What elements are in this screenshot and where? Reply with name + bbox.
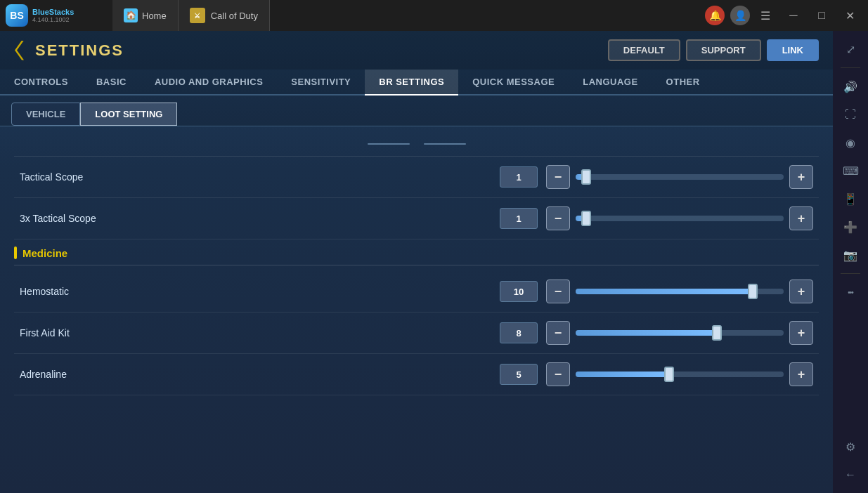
main-area: SETTINGS DEFAULT SUPPORT LINK CONTROLS B… <box>0 31 868 493</box>
3x-tactical-scope-minus[interactable]: − <box>546 206 570 230</box>
notification-button[interactable]: 🔔 <box>705 6 725 25</box>
fullscreen-icon[interactable]: ⛶ <box>838 102 863 127</box>
3x-tactical-scope-label: 3x Tactical Scope <box>20 213 491 224</box>
adrenaline-slider-container: − + <box>546 362 813 386</box>
settings-icon[interactable]: ⚙ <box>838 434 863 459</box>
hemostatic-plus[interactable]: + <box>789 280 813 303</box>
bluestacks-info: BlueStacks 4.140.1.1002 <box>32 8 74 23</box>
hemostatic-value: 10 <box>500 281 538 302</box>
3x-tactical-scope-value: 1 <box>500 208 538 229</box>
maximize-button[interactable]: □ <box>809 6 834 25</box>
medicine-section-title: Medicine <box>22 247 67 259</box>
first-aid-kit-value: 8 <box>500 322 538 343</box>
support-button[interactable]: SUPPORT <box>686 39 761 61</box>
tactical-scope-minus[interactable]: − <box>546 165 570 189</box>
hemostatic-slider-container: − + <box>546 280 813 303</box>
tab-basic[interactable]: BASIC <box>82 70 141 96</box>
adrenaline-plus[interactable]: + <box>789 362 813 386</box>
home-tab[interactable]: 🏠 Home <box>112 0 179 31</box>
adrenaline-track[interactable] <box>576 372 784 377</box>
app-logo-area: BS BlueStacks 4.140.1.1002 <box>0 4 112 27</box>
3x-tactical-scope-track[interactable] <box>576 216 784 221</box>
tactical-scope-value: 1 <box>500 166 538 188</box>
hemostatic-track[interactable] <box>576 289 784 294</box>
right-sidebar: ⤢ 🔊 ⛶ ◉ ⌨ 📱 ➕ 📷 ••• ⚙ ← <box>833 31 868 493</box>
scrolled-top <box>14 132 819 157</box>
keyboard-icon[interactable]: ⌨ <box>838 158 863 183</box>
window-controls: 🔔 👤 ☰ ─ □ ✕ <box>705 6 868 25</box>
account-button[interactable]: 👤 <box>730 6 750 25</box>
adrenaline-thumb[interactable] <box>664 367 674 382</box>
tactical-scope-row: Tactical Scope 1 − + <box>14 157 819 198</box>
add-icon[interactable]: ➕ <box>838 214 863 239</box>
tab-br-settings[interactable]: BR SETTINGS <box>365 70 458 96</box>
hemostatic-minus[interactable]: − <box>546 280 570 303</box>
adrenaline-label: Adrenaline <box>20 369 491 380</box>
adrenaline-value: 5 <box>500 364 538 385</box>
first-aid-kit-track[interactable] <box>576 330 784 336</box>
menu-button[interactable]: ☰ <box>753 6 778 25</box>
sub-tabs: VEHICLE LOOT SETTING <box>0 96 833 126</box>
medicine-section-bar <box>14 246 17 259</box>
3x-tactical-scope-plus[interactable]: + <box>789 206 813 230</box>
scroll-content[interactable]: Tactical Scope 1 − + 3x Tactical Scope 1… <box>0 126 833 480</box>
adrenaline-row: Adrenaline 5 − + <box>14 354 819 395</box>
tab-controls[interactable]: CONTROLS <box>0 70 82 96</box>
tactical-scope-plus[interactable]: + <box>789 165 813 189</box>
nav-tabs: CONTROLS BASIC AUDIO AND GRAPHICS SENSIT… <box>0 70 833 96</box>
home-tab-icon: 🏠 <box>124 8 138 22</box>
first-aid-kit-thumb[interactable] <box>712 325 722 341</box>
phone-icon[interactable]: 📱 <box>838 186 863 211</box>
settings-title-text: SETTINGS <box>35 41 124 60</box>
3x-tactical-scope-row: 3x Tactical Scope 1 − + <box>14 198 819 239</box>
tab-other[interactable]: OTHER <box>652 70 714 96</box>
tab-language[interactable]: LANGUAGE <box>569 70 652 96</box>
camera-icon[interactable]: 📷 <box>838 242 863 268</box>
default-button[interactable]: DEFAULT <box>608 39 680 61</box>
close-button[interactable]: ✕ <box>837 6 862 25</box>
first-aid-kit-minus[interactable]: − <box>546 321 570 345</box>
header-buttons: DEFAULT SUPPORT LINK <box>608 39 819 61</box>
title-bar: BS BlueStacks 4.140.1.1002 🏠 Home ⚔ Call… <box>0 0 868 31</box>
hemostatic-thumb[interactable] <box>748 284 758 299</box>
tactical-scope-slider-container: − + <box>546 165 813 189</box>
sidebar-divider-2 <box>841 273 860 274</box>
first-aid-kit-plus[interactable]: + <box>789 321 813 345</box>
3x-tactical-scope-slider-container: − + <box>546 206 813 230</box>
app-name: BlueStacks <box>32 8 74 16</box>
expand-icon[interactable]: ⤢ <box>838 37 863 62</box>
back-icon[interactable]: ← <box>838 462 863 487</box>
sidebar-divider-1 <box>841 67 860 68</box>
link-button[interactable]: LINK <box>767 39 819 61</box>
first-aid-kit-slider-container: − + <box>546 321 813 345</box>
settings-panel: SETTINGS DEFAULT SUPPORT LINK CONTROLS B… <box>0 31 833 493</box>
first-aid-kit-label: First Aid Kit <box>20 327 491 338</box>
eye-icon[interactable]: ◉ <box>838 130 863 155</box>
volume-icon[interactable]: 🔊 <box>838 74 863 99</box>
sub-tab-vehicle[interactable]: VEHICLE <box>11 103 80 126</box>
3x-tactical-scope-thumb[interactable] <box>581 211 591 226</box>
adrenaline-minus[interactable]: − <box>546 362 570 386</box>
tab-sensitivity[interactable]: SENSITIVITY <box>277 70 365 96</box>
tab-audio-graphics[interactable]: AUDIO AND GRAPHICS <box>141 70 277 96</box>
cod-tab-label: Call of Duty <box>211 11 258 21</box>
hemostatic-row: Hemostatic 10 − + <box>14 271 819 313</box>
cod-tab[interactable]: ⚔ Call of Duty <box>179 0 270 31</box>
first-aid-kit-fill <box>576 330 717 336</box>
tactical-scope-label: Tactical Scope <box>20 171 491 183</box>
tactical-scope-thumb[interactable] <box>581 169 591 185</box>
tactical-scope-track[interactable] <box>576 174 784 180</box>
adrenaline-fill <box>576 372 669 377</box>
sub-tab-loot[interactable]: LOOT SETTING <box>80 103 177 126</box>
medicine-section-header: Medicine <box>14 239 819 263</box>
home-tab-label: Home <box>142 11 167 21</box>
back-arrow-icon[interactable] <box>14 41 28 60</box>
cod-tab-icon: ⚔ <box>190 8 205 23</box>
first-aid-kit-row: First Aid Kit 8 − + <box>14 313 819 354</box>
bluestacks-logo: BS <box>6 4 28 27</box>
hemostatic-label: Hemostatic <box>20 286 491 297</box>
tab-quick-message[interactable]: QUICK MESSAGE <box>458 70 569 96</box>
settings-header: SETTINGS DEFAULT SUPPORT LINK <box>0 31 833 70</box>
dots-icon[interactable]: ••• <box>838 280 863 305</box>
minimize-button[interactable]: ─ <box>781 6 806 25</box>
